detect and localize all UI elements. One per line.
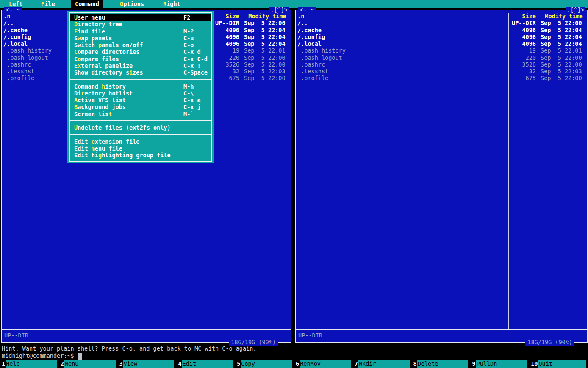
- file-size: 32: [212, 68, 241, 75]
- file-size: 220: [212, 54, 241, 61]
- menu-item-active-vfs-list[interactable]: Active VFS listC-x a: [70, 97, 211, 103]
- file-name[interactable]: .bashrc: [296, 61, 508, 68]
- file-mtime: Sep 5 22:00: [241, 75, 291, 81]
- menu-item-directory-hotlist[interactable]: Directory hotlistC-\: [70, 90, 211, 97]
- menu-item-undelete-files-ext2fs-only[interactable]: Undelete files (ext2fs only): [70, 124, 211, 131]
- column-header-size[interactable]: Size: [509, 13, 538, 20]
- fkey-quit[interactable]: 10Quit: [529, 360, 588, 368]
- menubar-item-command[interactable]: Command: [71, 0, 103, 8]
- fkey-renmov[interactable]: 6RenMov: [294, 360, 353, 368]
- menu-item-background-jobs[interactable]: Background jobsC-x j: [70, 103, 211, 110]
- file-name[interactable]: /.local: [296, 40, 508, 47]
- file-size: 4096: [212, 40, 241, 47]
- menu-item-swap-panels[interactable]: Swap panelsC-u: [70, 35, 211, 42]
- menu-item-switch-panels-on-off[interactable]: Switch panels on/offC-o: [70, 42, 211, 48]
- column-header-mtime[interactable]: Modify time: [241, 13, 291, 20]
- menu-shortcut: M-h: [183, 83, 194, 90]
- file-name[interactable]: /.cache: [296, 27, 508, 33]
- column-size: Size UP--DIR40964096409619220352632675: [212, 13, 241, 329]
- menu-item-compare-directories[interactable]: Compare directoriesC-x d: [70, 48, 211, 55]
- file-mtime: Sep 5 22:00: [241, 61, 291, 68]
- menu-item-edit-extension-file[interactable]: Edit extension file: [70, 138, 211, 145]
- fkey-copy[interactable]: 5Copy: [235, 360, 294, 368]
- file-mtime: Sep 5 22:00: [538, 75, 587, 81]
- fkey-number: 1: [0, 360, 6, 368]
- file-size: 19: [212, 47, 241, 54]
- fkey-label: View: [123, 360, 175, 368]
- menu-shortcut: C-x C-d: [183, 56, 208, 62]
- menubar-item-right[interactable]: Right: [159, 0, 184, 8]
- panel-scroll-marker[interactable]: .[^]>: [566, 7, 585, 13]
- file-name[interactable]: .bash_history: [296, 47, 508, 54]
- file-mtime: Sep 5 22:04: [241, 33, 291, 40]
- fkey-edit[interactable]: 4Edit: [176, 360, 235, 368]
- free-space-indicator: 18G/19G (90%): [229, 339, 278, 346]
- menu-shortcut: F2: [183, 14, 190, 21]
- file-list: .n Name /../.cache/.config/.local .bash_…: [296, 13, 587, 329]
- fkey-label: Menu: [64, 360, 116, 368]
- column-header-mtime[interactable]: Modify time: [538, 13, 587, 20]
- file-size: 675: [509, 75, 538, 81]
- file-name[interactable]: .profile: [296, 75, 508, 81]
- file-size: 4096: [509, 40, 538, 47]
- file-mtime: Sep 5 22:00: [538, 20, 587, 26]
- fkey-help[interactable]: 1Help: [0, 360, 59, 368]
- fkey-mkdir[interactable]: 7Mkdir: [353, 360, 412, 368]
- menu-separator: [70, 131, 211, 138]
- menubar-item-options[interactable]: Options: [116, 0, 148, 8]
- shell-prompt: midnight@commander:~$: [2, 352, 74, 359]
- menu-item-external-panelize[interactable]: External panelizeC-x !: [70, 62, 211, 69]
- file-mtime: Sep 5 22:03: [538, 68, 587, 75]
- file-size: 4096: [212, 27, 241, 33]
- file-name[interactable]: .bash_logout: [296, 54, 508, 61]
- column-header-name[interactable]: .n Name: [296, 13, 508, 20]
- menu-item-compare-files[interactable]: Compare filesC-x C-d: [70, 56, 211, 62]
- file-mtime: Sep 5 22:00: [241, 20, 291, 26]
- command-line[interactable]: midnight@commander:~$: [2, 352, 82, 360]
- menu-shortcut: M-`: [183, 111, 194, 117]
- menu-shortcut: C-u: [183, 35, 194, 42]
- fkey-label: PullDn: [476, 360, 527, 368]
- file-mtime: Sep 5 22:04: [538, 40, 587, 47]
- file-size: 4096: [509, 33, 538, 40]
- fkey-number: 2: [59, 360, 64, 368]
- file-name[interactable]: /.config: [296, 33, 508, 40]
- menu-separator: [70, 117, 211, 124]
- file-mtime: Sep 5 22:00: [538, 54, 587, 61]
- free-space-indicator: 18G/19G (90%): [525, 339, 574, 346]
- fkey-number: 5: [235, 360, 241, 368]
- file-mtime: Sep 5 22:04: [241, 27, 291, 33]
- menu-item-screen-list[interactable]: Screen listM-`: [70, 111, 211, 117]
- menu-shortcut: C-x !: [183, 62, 201, 69]
- file-name[interactable]: .lesshst: [296, 68, 508, 75]
- fkey-label: RenMov: [300, 360, 351, 368]
- fkey-pulldn[interactable]: 9PullDn: [470, 360, 529, 368]
- menu-item-command-history[interactable]: Command historyM-h: [70, 83, 211, 90]
- command-dropdown-menu: User menuF2Directory treeFind fileM-?Swa…: [67, 11, 214, 163]
- column-header-size[interactable]: Size: [212, 13, 241, 20]
- column-mtime: Modify time Sep 5 22:00Sep 5 22:04Sep 5 …: [241, 13, 291, 329]
- menu-item-directory-tree[interactable]: Directory tree: [70, 21, 211, 28]
- sort-indicator: .n: [297, 13, 304, 20]
- file-size: 32: [509, 68, 538, 75]
- file-mtime: Sep 5 22:01: [241, 47, 291, 54]
- file-mtime: Sep 5 22:00: [538, 61, 587, 68]
- fkey-menu[interactable]: 2Menu: [59, 360, 118, 368]
- panel-path: <- ~: [298, 7, 316, 13]
- menu-item-show-directory-sizes[interactable]: Show directory sizesC-Space: [70, 69, 211, 76]
- fkey-number: 6: [294, 360, 300, 368]
- menu-item-find-file[interactable]: Find fileM-?: [70, 28, 211, 35]
- panel-scroll-marker[interactable]: .[^]>: [269, 7, 289, 13]
- fkey-number: 7: [353, 360, 358, 368]
- menu-item-user-menu[interactable]: User menuF2: [70, 14, 211, 21]
- column-name: .n Name /../.cache/.config/.local .bash_…: [296, 13, 508, 329]
- fkey-delete[interactable]: 8Delete: [412, 360, 471, 368]
- column-size: Size UP--DIR40964096409619220352632675: [508, 13, 538, 329]
- fkey-view[interactable]: 3View: [118, 360, 177, 368]
- menu-item-edit-menu-file[interactable]: Edit menu file: [70, 145, 211, 152]
- menubar-item-file[interactable]: File: [37, 0, 59, 8]
- fkey-label: Help: [6, 360, 57, 368]
- menu-item-edit-highlighting-group-file[interactable]: Edit highlighting group file: [70, 152, 211, 159]
- file-name[interactable]: /..: [296, 20, 508, 26]
- fkey-label: Copy: [241, 360, 292, 368]
